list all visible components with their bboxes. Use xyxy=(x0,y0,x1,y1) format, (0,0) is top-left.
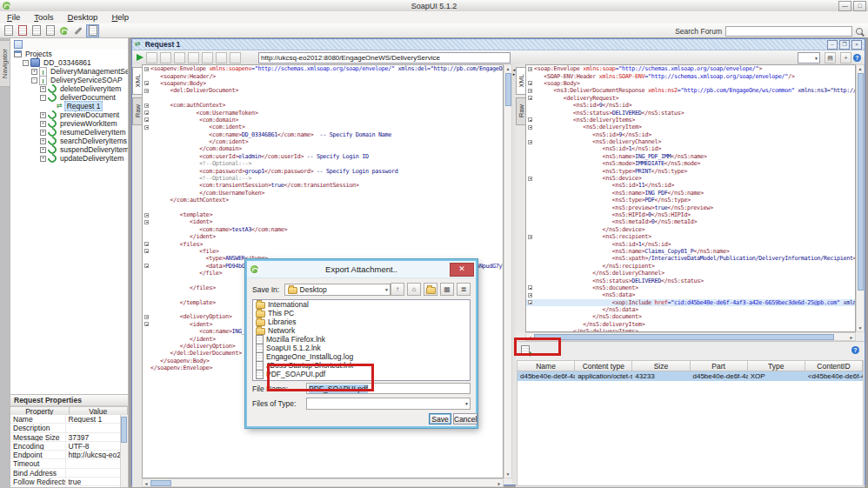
property-row[interactable]: NameRequest 1 xyxy=(10,415,121,424)
fold-marker-icon[interactable] xyxy=(528,285,532,290)
property-row[interactable]: Bind Address xyxy=(10,469,121,478)
response-horizontal-scrollbar[interactable]: ◄ ► xyxy=(525,332,856,341)
minimize-button[interactable]: — xyxy=(838,1,851,11)
file-list-item[interactable]: International xyxy=(253,300,470,309)
fold-marker-icon[interactable] xyxy=(144,125,149,130)
fold-marker-icon[interactable] xyxy=(528,300,532,304)
workspace-icon[interactable] xyxy=(14,40,23,49)
request-close-button[interactable]: × xyxy=(851,40,862,50)
save-button[interactable]: Save xyxy=(429,413,451,424)
property-row[interactable]: Timeout xyxy=(10,459,121,468)
endpoint-combo[interactable]: ▼ xyxy=(798,52,820,64)
copy-project-icon[interactable] xyxy=(30,25,42,37)
tree-item-request-1[interactable]: Request 1 xyxy=(10,102,128,110)
soapui-home-icon[interactable] xyxy=(58,25,70,37)
dialog-close-button[interactable]: ✕ xyxy=(450,263,474,277)
property-row[interactable]: Description xyxy=(10,424,121,432)
new-folder-icon[interactable] xyxy=(424,283,437,296)
fold-marker-icon[interactable] xyxy=(144,249,149,253)
add-assertion-icon[interactable] xyxy=(216,52,227,64)
attachments-col-type[interactable]: Type xyxy=(748,361,805,371)
fold-marker-icon[interactable] xyxy=(144,220,149,224)
fold-marker-icon[interactable] xyxy=(528,117,532,122)
attachments-col-content-type[interactable]: Content type xyxy=(575,361,632,371)
properties-scrollbar[interactable] xyxy=(120,415,128,487)
new-workspace-icon[interactable] xyxy=(3,25,14,37)
expander-icon[interactable]: + xyxy=(40,130,46,136)
recreate-request-icon[interactable] xyxy=(202,52,213,64)
proxy-toggle-icon[interactable] xyxy=(86,24,99,37)
expander-icon[interactable]: - xyxy=(31,77,37,84)
expander-icon[interactable]: + xyxy=(40,112,46,118)
tree-item-previewdocument[interactable]: +previewDocument xyxy=(10,110,128,119)
attachments-col-name[interactable]: Name xyxy=(517,361,575,371)
file-list-item[interactable]: Mozilla Firefox.lnk xyxy=(253,335,470,344)
request-vertical-scrollbar[interactable]: ▲ ▼ xyxy=(504,64,512,478)
fold-marker-icon[interactable] xyxy=(528,140,532,144)
tree-item-searchdeliveryitems[interactable]: +searchDeliveryItems xyxy=(10,137,128,145)
property-row[interactable]: Message Size37397 xyxy=(10,433,121,442)
tree-item-deletedeliveryitem[interactable]: +deleteDeliveryItem xyxy=(10,84,128,93)
home-icon[interactable]: ⌂ xyxy=(407,283,421,296)
save-in-combo[interactable]: Desktop ▼ xyxy=(284,284,391,296)
files-of-type-combo[interactable]: ▼ xyxy=(306,398,471,410)
file-list-item[interactable]: Libraries xyxy=(253,318,470,326)
tree-item-previewworkitem[interactable]: +previewWorkItem xyxy=(10,119,128,128)
request-window-titlebar[interactable]: Request 1 – ❒ × xyxy=(132,39,865,50)
fold-marker-icon[interactable] xyxy=(528,177,532,181)
tree-item-resumedeliveryitem[interactable]: +resumeDeliveryItem xyxy=(10,128,128,137)
menu-help[interactable]: Help xyxy=(104,11,136,23)
fold-marker-icon[interactable] xyxy=(144,89,149,93)
tree-item-dd_03346861[interactable]: -DD_03346861 xyxy=(10,58,128,67)
fold-marker-icon[interactable] xyxy=(528,235,532,239)
fold-marker-icon[interactable] xyxy=(144,264,149,268)
fold-marker-icon[interactable] xyxy=(528,67,532,71)
menu-desktop[interactable]: Desktop xyxy=(61,11,105,23)
dialog-titlebar[interactable]: Export Attachment.. ✕ xyxy=(247,261,476,278)
property-row[interactable]: EncodingUTF-8 xyxy=(10,442,121,451)
tree-item-deliveryservicesoap[interactable]: -DeliveryServiceSOAP xyxy=(10,76,128,84)
cancel-request-icon[interactable] xyxy=(230,52,241,64)
tree-item-updatedeliveryitem[interactable]: +updateDeliveryItem xyxy=(10,154,128,163)
attachment-row[interactable]: d45be40e-de6f-4af3-...application/octet-… xyxy=(517,371,863,381)
fold-marker-icon[interactable] xyxy=(144,117,149,122)
fold-marker-icon[interactable] xyxy=(144,242,149,246)
response-xml-editor[interactable]: <soap:Envelope xmlns:soap="http://schema… xyxy=(525,64,856,332)
attachments-col-contentid[interactable]: ContentID xyxy=(805,361,863,371)
list-view-icon[interactable]: ≣ xyxy=(457,283,471,296)
file-list-item[interactable]: SoapUI 5.1.2.lnk xyxy=(253,344,470,352)
preferences-icon[interactable] xyxy=(72,25,83,37)
attachments-col-size[interactable]: Size xyxy=(632,361,690,371)
grid-view-icon[interactable]: ▦ xyxy=(440,283,454,296)
file-list-item[interactable]: Network xyxy=(253,326,470,335)
tree-item-deliverymanagementservicesoap[interactable]: +DeliveryManagementServiceSOAP xyxy=(10,67,128,76)
expander-icon[interactable]: + xyxy=(40,156,46,162)
file-list-item[interactable]: EngageOne_InstallLog.log xyxy=(253,352,470,361)
search-icon[interactable] xyxy=(856,28,863,35)
fold-marker-icon[interactable] xyxy=(528,81,532,85)
add-to-testcase-icon[interactable] xyxy=(146,52,157,64)
expander-icon[interactable]: - xyxy=(23,60,29,66)
attachments-col-part[interactable]: Part xyxy=(691,361,748,371)
file-list-item[interactable]: This PC xyxy=(253,309,470,318)
fold-marker-icon[interactable] xyxy=(144,67,149,71)
up-folder-icon[interactable]: ↑ xyxy=(391,283,404,296)
expander-icon[interactable]: + xyxy=(40,147,46,153)
search-forum-input[interactable] xyxy=(725,26,852,37)
response-vertical-scrollbar[interactable]: ▲ ▼ xyxy=(856,64,865,332)
submit-request-icon[interactable] xyxy=(137,54,144,61)
fold-marker-icon[interactable] xyxy=(144,213,149,217)
help-icon[interactable]: ? xyxy=(853,54,861,62)
fold-marker-icon[interactable] xyxy=(528,89,532,93)
fold-marker-icon[interactable] xyxy=(144,104,149,108)
expander-icon[interactable]: + xyxy=(31,69,37,75)
clone-request-icon[interactable] xyxy=(188,52,199,64)
tree-item-suspenddeliveryitem[interactable]: +suspendDeliveryItem xyxy=(10,145,128,154)
attachments-help-icon[interactable]: ? xyxy=(851,346,859,354)
fold-marker-icon[interactable] xyxy=(528,96,532,100)
request-minimize-button[interactable]: – xyxy=(827,40,838,50)
endpoint-url-input[interactable] xyxy=(258,52,511,64)
expander-icon[interactable]: + xyxy=(40,121,46,127)
fold-marker-icon[interactable] xyxy=(144,110,149,115)
save-all-projects-icon[interactable] xyxy=(44,25,56,37)
